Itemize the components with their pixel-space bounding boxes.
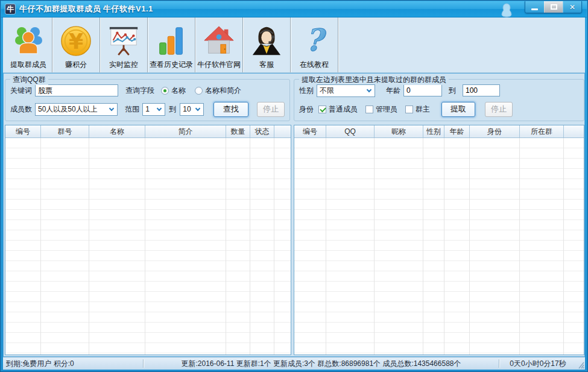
question-mark-icon: ?	[298, 23, 330, 59]
search-button-label: 查找	[223, 104, 239, 115]
search-stop-button[interactable]: 停止	[257, 102, 285, 117]
extract-button[interactable]: 提取	[441, 102, 475, 117]
maximize-icon	[551, 4, 557, 10]
extract-groupbox-title: 提取左边列表里选中且未提取过的群的群成员	[299, 75, 449, 85]
chevron-down-icon	[367, 87, 371, 92]
close-icon: ✕	[569, 3, 575, 11]
extract-button-label: 提取	[450, 104, 466, 115]
column-header-label: 编号	[16, 127, 30, 137]
minimize-button[interactable]	[525, 1, 544, 13]
age-to-input[interactable]	[463, 84, 500, 96]
search-button[interactable]: 查找	[213, 102, 248, 117]
toolbar-button-label: 牛仔软件官网	[197, 60, 241, 70]
toolbar-button-support[interactable]: 客服	[243, 17, 291, 72]
checkbox-owner-label: 群主	[416, 104, 430, 115]
column-header-label: 数量	[231, 127, 245, 137]
checkbox-admin[interactable]	[365, 106, 373, 113]
column-header-label: 昵称	[391, 127, 406, 137]
column-header-label: 状态	[255, 127, 270, 137]
range-to-label: 到	[169, 104, 176, 115]
close-button[interactable]: ✕	[563, 1, 581, 13]
app-window: 牛 牛仔不加群提取群成员 牛仔软件V1.1 ✕ 提取群成员	[0, 0, 588, 372]
chevron-down-icon	[109, 106, 114, 110]
checkbox-admin-label: 管理员	[376, 104, 397, 115]
column-header-label: 简介	[179, 127, 193, 137]
column-header-label: 身份	[487, 127, 502, 137]
column-header[interactable]: 编号	[294, 125, 326, 137]
toolbar-button-monitor[interactable]: 实时监控	[100, 17, 148, 72]
search-stop-button-label: 停止	[263, 104, 279, 115]
members-count-dropdown[interactable]: 50人以及50人以上	[35, 103, 118, 116]
column-header[interactable]: 身份	[470, 125, 520, 137]
keyword-input[interactable]	[35, 84, 118, 96]
column-header[interactable]: 数量	[226, 125, 250, 137]
column-header[interactable]: 年龄	[444, 125, 470, 137]
query-groupbox-title: 查询QQ群	[10, 75, 48, 85]
column-header[interactable]: 所在群	[520, 125, 564, 137]
group-members-icon	[12, 23, 45, 59]
column-header[interactable]: 编号	[5, 125, 41, 137]
checkbox-owner[interactable]	[405, 106, 413, 113]
chevron-down-icon	[157, 106, 162, 110]
range-to-value: 10	[183, 105, 191, 113]
radio-name-intro-label: 名称和简介	[205, 86, 241, 96]
maximize-button[interactable]	[544, 1, 563, 13]
toolbar-button-extract-members[interactable]: 提取群成员	[5, 17, 52, 72]
radio-name[interactable]	[161, 87, 169, 95]
radio-name-label: 名称	[171, 86, 186, 96]
column-header[interactable]: 昵称	[375, 125, 423, 137]
title-bar: 牛 牛仔不加群提取群成员 牛仔软件V1.1 ✕	[1, 1, 587, 17]
toolbar-button-history[interactable]: 查看历史记录	[148, 17, 195, 72]
toolbar-button-label: 查看历史记录	[150, 60, 193, 70]
column-header[interactable]: 群号	[41, 125, 89, 137]
column-header[interactable]: 性别	[423, 125, 444, 137]
extract-groupbox: 提取左边列表里选中且未提取过的群的群成员 性别 不限 年龄 到 身份 普通成员 …	[294, 79, 584, 121]
column-header-label: 所在群	[531, 127, 552, 137]
column-header[interactable]: 状态	[250, 125, 274, 137]
gender-value: 不限	[320, 86, 334, 96]
radio-name-intro[interactable]	[195, 87, 203, 95]
column-header[interactable]: 名称	[89, 125, 145, 137]
table-column-line	[294, 138, 326, 355]
age-label: 年龄	[386, 86, 400, 96]
members-count-value: 50人以及50人以上	[38, 104, 98, 115]
table-column-line	[41, 138, 89, 355]
table-column-line	[375, 138, 423, 355]
column-header-label: 编号	[303, 127, 317, 137]
range-to-dropdown[interactable]: 10	[180, 103, 204, 116]
member-table-body[interactable]	[294, 138, 584, 355]
toolbar-button-label: 在线教程	[300, 60, 329, 70]
age-from-input[interactable]	[403, 84, 442, 96]
group-table-body[interactable]	[5, 138, 291, 355]
table-column-line	[89, 138, 145, 355]
age-to-label: 到	[449, 86, 456, 96]
table-column-line	[520, 138, 564, 355]
column-header-label: 性别	[426, 127, 441, 137]
extract-stop-button[interactable]: 停止	[485, 102, 513, 117]
resize-grip-icon[interactable]	[577, 360, 585, 370]
range-from-dropdown[interactable]: 1	[142, 103, 165, 116]
status-bar: 到期:免费用户 积分:0 更新:2016-06-11 更新群:1个 更新成员:3…	[3, 357, 585, 370]
table-column-line	[470, 138, 520, 355]
toolbar-button-earn-points[interactable]: ¥ 赚积分	[52, 17, 100, 72]
column-header[interactable]: 简介	[145, 125, 226, 137]
column-header-label: 名称	[110, 127, 124, 137]
checkbox-normal-member-label: 普通成员	[329, 104, 358, 115]
qq-penguin-icon[interactable]	[500, 3, 513, 17]
monitor-chart-icon	[107, 23, 140, 59]
toolbar-button-website[interactable]: 牛仔软件官网	[195, 17, 243, 72]
range-from-value: 1	[145, 105, 150, 113]
checkbox-normal-member[interactable]	[318, 106, 326, 113]
table-column-line	[145, 138, 226, 355]
window-controls: ✕	[525, 1, 582, 13]
table-column-line	[444, 138, 470, 355]
toolbar-button-tutorial[interactable]: ? 在线教程	[291, 17, 338, 72]
members-count-label: 成员数	[10, 104, 32, 115]
status-update-info: 更新:2016-06-11 更新群:1个 更新成员:3个 群总数:8689698…	[144, 359, 499, 369]
extract-stop-button-label: 停止	[491, 104, 507, 115]
toolbar-button-label: 赚积分	[65, 60, 87, 70]
gender-dropdown[interactable]: 不限	[317, 84, 375, 97]
column-header[interactable]: QQ	[326, 125, 375, 137]
table-column-line	[5, 138, 41, 355]
group-table: 编号 群号 名称 简介 数量 状态	[5, 125, 291, 355]
